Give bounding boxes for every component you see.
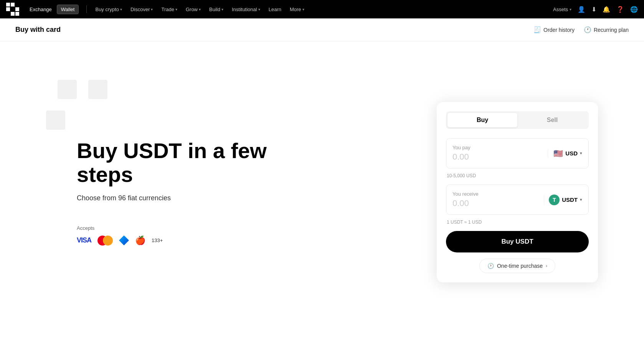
globe-icon[interactable]: 🌐 — [630, 6, 638, 13]
apple-pay-icon: 🍎 — [135, 236, 145, 245]
currency-code: USD — [565, 150, 578, 157]
main-content: Buy USDT in a few steps Choose from 96 f… — [0, 41, 644, 343]
pay-range-hint: 10-5,000 USD — [446, 173, 589, 178]
user-icon[interactable]: 👤 — [578, 6, 585, 13]
nav-mode-tabs: Exchange Wallet — [25, 5, 79, 14]
exchange-rate-hint: 1 USDT ≈ 1 USD — [446, 219, 589, 225]
chevron-down-icon: ▾ — [221, 7, 223, 12]
tab-sell[interactable]: Sell — [517, 113, 587, 127]
currency-selector-usd[interactable]: 🇺🇸 USD ▾ — [548, 149, 582, 158]
chevron-down-icon: ▾ — [120, 7, 122, 12]
recurring-plan-icon: 🕐 — [584, 26, 591, 33]
navbar: Exchange Wallet Buy crypto ▾ Discover ▾ … — [0, 0, 644, 18]
buy-usdt-button[interactable]: Buy USDT — [446, 231, 589, 252]
nav-more[interactable]: More ▾ — [286, 4, 308, 15]
nav-buy-crypto[interactable]: Buy crypto ▾ — [91, 4, 125, 15]
you-receive-box[interactable]: You receive 0.00 T USDT ▾ — [446, 185, 589, 215]
hero-title: Buy USDT in a few steps — [77, 139, 269, 186]
receive-currency: USDT — [562, 196, 578, 203]
chevron-down-icon: ▾ — [258, 7, 260, 12]
header-actions: 🧾 Order history 🕐 Recurring plan — [533, 26, 629, 33]
currency-selector-usdt[interactable]: T USDT ▾ — [544, 195, 582, 205]
recurring-plan-button[interactable]: 🕐 Recurring plan — [584, 26, 629, 33]
hero-section: Buy USDT in a few steps Choose from 96 f… — [77, 139, 269, 245]
nav-learn[interactable]: Learn — [265, 4, 285, 15]
you-receive-input: You receive 0.00 — [452, 191, 478, 208]
clock-icon: 🕐 — [487, 263, 494, 269]
chevron-right-icon: › — [546, 263, 547, 269]
nav-divider — [86, 5, 87, 13]
bell-icon[interactable]: 🔔 — [603, 6, 610, 13]
you-pay-label: You pay — [452, 145, 471, 150]
nav-build[interactable]: Build ▾ — [205, 4, 227, 15]
order-history-button[interactable]: 🧾 Order history — [533, 26, 575, 33]
one-time-purchase-button[interactable]: 🕐 One-time purchase › — [479, 259, 555, 273]
page-header: Buy with card 🧾 Order history 🕐 Recurrin… — [0, 18, 644, 41]
nav-right: Assets ▾ 👤 ⬇ 🔔 ❓ 🌐 — [553, 6, 638, 13]
chevron-down-icon: ▾ — [580, 151, 582, 156]
tab-buy[interactable]: Buy — [447, 113, 517, 127]
chevron-down-icon: ▾ — [302, 7, 304, 12]
you-pay-box[interactable]: You pay 0.00 🇺🇸 USD ▾ — [446, 138, 589, 168]
chevron-down-icon: ▾ — [580, 197, 582, 202]
chevron-down-icon: ▾ — [175, 7, 177, 12]
usdt-icon: T — [549, 195, 560, 205]
nav-institutional[interactable]: Institutional ▾ — [228, 4, 264, 15]
payment-more-label: 133+ — [152, 237, 163, 243]
you-receive-value: 0.00 — [452, 198, 478, 208]
tab-wallet[interactable]: Wallet — [57, 5, 79, 14]
paysafe-icon — [119, 236, 129, 246]
nav-trade[interactable]: Trade ▾ — [157, 4, 181, 15]
you-receive-label: You receive — [452, 191, 478, 197]
tab-exchange[interactable]: Exchange — [25, 5, 56, 14]
visa-icon: VISA — [77, 236, 91, 244]
hero-subtitle: Choose from 96 fiat currencies — [77, 194, 269, 202]
chevron-down-icon: ▾ — [199, 7, 201, 12]
nav-discover[interactable]: Discover ▾ — [127, 4, 157, 15]
assets-button[interactable]: Assets ▾ — [553, 7, 571, 12]
you-pay-input: You pay 0.00 — [452, 145, 471, 162]
nav-items: Buy crypto ▾ Discover ▾ Trade ▾ Grow ▾ B… — [91, 4, 552, 15]
chevron-down-icon: ▾ — [570, 7, 571, 12]
buy-card: Buy Sell You pay 0.00 🇺🇸 USD ▾ 10-5,000 … — [437, 102, 598, 282]
download-icon[interactable]: ⬇ — [591, 6, 596, 13]
you-pay-value: 0.00 — [452, 152, 471, 162]
payment-icons: VISA 🍎 133+ — [77, 236, 269, 246]
logo[interactable] — [6, 3, 19, 16]
mastercard-icon — [97, 236, 113, 246]
order-history-icon: 🧾 — [533, 26, 541, 33]
accepts-label: Accepts — [77, 225, 269, 231]
help-icon[interactable]: ❓ — [616, 6, 624, 13]
chevron-down-icon: ▾ — [151, 7, 153, 12]
card-tabs: Buy Sell — [446, 111, 589, 129]
page-title: Buy with card — [15, 26, 61, 34]
nav-grow[interactable]: Grow ▾ — [182, 4, 205, 15]
usd-flag-icon: 🇺🇸 — [553, 149, 563, 158]
